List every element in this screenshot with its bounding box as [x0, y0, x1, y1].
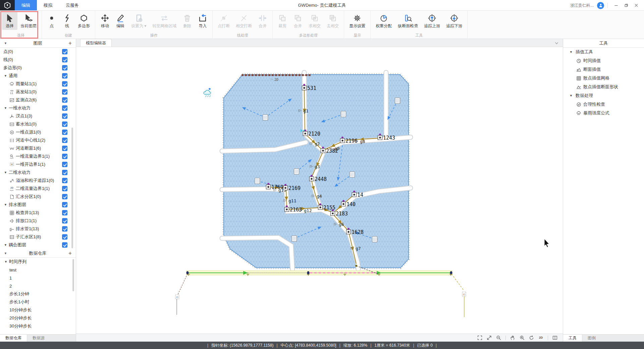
group-caret-icon[interactable]: ▼: [570, 50, 574, 54]
add-layer-button[interactable]: +: [68, 41, 72, 46]
collapse-tabstrip-icon[interactable]: [554, 41, 559, 47]
tab-工具[interactable]: 工具: [563, 335, 582, 342]
点-button[interactable]: 点: [44, 12, 59, 30]
dataset-row[interactable]: 1: [0, 274, 76, 282]
dataset-row[interactable]: 步长1小时: [0, 298, 76, 306]
layer-visibility-checkbox[interactable]: [62, 202, 67, 207]
编辑-button[interactable]: 编辑: [113, 12, 128, 30]
layer-visibility-checkbox[interactable]: [62, 186, 67, 191]
group-caret-icon[interactable]: ▼: [4, 74, 8, 78]
drainage-node[interactable]: 2163: [285, 205, 302, 213]
layer-visibility-checkbox[interactable]: [62, 81, 67, 87]
drainage-node[interactable]: 1243: [378, 134, 395, 141]
rain-gauge-station-icon[interactable]: [204, 88, 211, 97]
layer-visibility-checkbox[interactable]: [62, 226, 67, 232]
zoom-in-icon[interactable]: [520, 335, 525, 340]
layer-visibility-checkbox[interactable]: [62, 162, 67, 167]
显示设置-button[interactable]: 显示设置: [346, 12, 368, 30]
tool-item-散点插值断面形状[interactable]: 散点插值断面形状: [563, 83, 644, 91]
tool-item-散点插值网格[interactable]: 散点插值网格: [563, 74, 644, 83]
refresh-icon[interactable]: [529, 335, 534, 340]
fit-view-icon[interactable]: [477, 335, 482, 340]
layer-row[interactable]: 子汇水区1(8): [0, 233, 76, 241]
tab-数据仓库[interactable]: 数据仓库: [0, 335, 27, 342]
dataset-row[interactable]: 20分钟步长: [0, 314, 76, 322]
zoom-window-icon[interactable]: [487, 335, 492, 340]
layer-row[interactable]: 河道中心线1(2): [0, 136, 76, 144]
layer-visibility-checkbox[interactable]: [62, 121, 67, 127]
group-caret-icon[interactable]: ▼: [4, 171, 8, 174]
选择-button[interactable]: 选择: [2, 12, 17, 30]
layer-row[interactable]: 雨量站1(1): [0, 80, 76, 88]
layer-row[interactable]: ▼二维水动力: [0, 168, 76, 177]
drainage-node[interactable]: 2382: [321, 147, 338, 154]
subcatchment-icon[interactable]: [292, 236, 297, 242]
dataset-row[interactable]: test: [0, 266, 76, 274]
subcatchment-icon[interactable]: [350, 172, 355, 178]
group-caret-icon[interactable]: ▼: [570, 94, 574, 97]
collapse-caret-icon[interactable]: ▼: [4, 252, 7, 255]
tab-模型编辑器[interactable]: 模型编辑器: [80, 39, 112, 47]
layer-row[interactable]: 蒸发站1(0): [0, 88, 76, 96]
tab-数据源[interactable]: 数据源: [27, 335, 50, 342]
layer-row[interactable]: 线(0): [0, 56, 76, 64]
minimize-button[interactable]: [611, 0, 621, 11]
layer-row[interactable]: 排水管1(13): [0, 225, 76, 233]
user-account-label[interactable]: 浙江贵仁科...: [570, 3, 594, 8]
layer-visibility-checkbox[interactable]: [62, 49, 67, 54]
layer-visibility-checkbox[interactable]: [62, 194, 67, 199]
model-map-svg[interactable]: g1g2g9g8g3g13g11g12g4g6g7531212023822196…: [76, 47, 563, 334]
layer-visibility-checkbox[interactable]: [62, 242, 67, 248]
layer-row[interactable]: 排放口1(1): [0, 217, 76, 225]
layer-row[interactable]: 多边形(0): [0, 64, 76, 72]
layer-visibility-checkbox[interactable]: [62, 178, 67, 183]
layer-row[interactable]: 2D二维流量边界1(1): [0, 185, 76, 193]
layer-visibility-checkbox[interactable]: [62, 170, 67, 175]
layer-visibility-checkbox[interactable]: [62, 73, 67, 79]
tool-item-合理性检查[interactable]: 合理性检查: [563, 100, 644, 109]
subcatchment-icon[interactable]: [372, 237, 377, 242]
layer-row[interactable]: 溢油和粒子追踪1(0): [0, 177, 76, 185]
pan-icon[interactable]: [510, 335, 515, 340]
collapse-caret-icon[interactable]: ▼: [4, 42, 7, 45]
线-button[interactable]: 线: [59, 12, 75, 30]
tool-item-时间插值[interactable]: 时间插值: [563, 56, 644, 65]
layer-visibility-checkbox[interactable]: [62, 113, 67, 119]
subcatchment-icon[interactable]: [255, 178, 260, 184]
add-dataset-button[interactable]: +: [68, 251, 72, 256]
dataset-row[interactable]: 步长1分钟: [0, 290, 76, 298]
layer-visibility-checkbox[interactable]: [62, 57, 67, 62]
drainage-node[interactable]: 1769: [266, 183, 284, 190]
layer-visibility-checkbox[interactable]: [62, 130, 67, 135]
layer-visibility-checkbox[interactable]: [62, 105, 67, 111]
layer-row[interactable]: 汇水分区1(0): [0, 193, 76, 201]
dataset-row[interactable]: 2: [0, 282, 76, 290]
layer-visibility-checkbox[interactable]: [62, 97, 67, 103]
权重分配-button[interactable]: 权重分配: [373, 12, 395, 30]
menu-tab-云服务[interactable]: 云服务: [59, 0, 86, 10]
group-caret-icon[interactable]: ▼: [4, 243, 8, 247]
layer-row[interactable]: 河道断面1(6): [0, 144, 76, 152]
drainage-node[interactable]: 2196: [340, 137, 358, 144]
layer-visibility-checkbox[interactable]: [62, 138, 67, 143]
layer-row[interactable]: ▼排水图层: [0, 201, 76, 209]
user-avatar[interactable]: [597, 2, 604, 9]
layer-row[interactable]: 点(0): [0, 48, 76, 56]
river-centerline[interactable]: [186, 270, 452, 276]
dataset-row[interactable]: 10分钟步长: [0, 306, 76, 314]
追踪下游-button[interactable]: 追踪下游: [443, 12, 465, 30]
subcatchment-icon[interactable]: [294, 169, 299, 174]
mode-2d-icon[interactable]: 2D: [538, 335, 543, 340]
layers-scrollbar[interactable]: [71, 128, 73, 248]
drainage-node[interactable]: 531: [302, 84, 317, 91]
layer-visibility-checkbox[interactable]: [62, 218, 67, 223]
layer-row[interactable]: ▼一维水动力: [0, 104, 76, 112]
layer-row[interactable]: 检查井1(13): [0, 209, 76, 217]
subcatchment-icon[interactable]: [263, 115, 268, 120]
layer-row[interactable]: 一维流量边界1(1): [0, 152, 76, 160]
layer-visibility-checkbox[interactable]: [62, 234, 67, 240]
layer-visibility-checkbox[interactable]: [62, 210, 67, 215]
drainage-node[interactable]: 2169: [283, 184, 301, 191]
drainage-node[interactable]: 1628: [346, 228, 364, 235]
layer-row[interactable]: 监测点2(6): [0, 96, 76, 104]
